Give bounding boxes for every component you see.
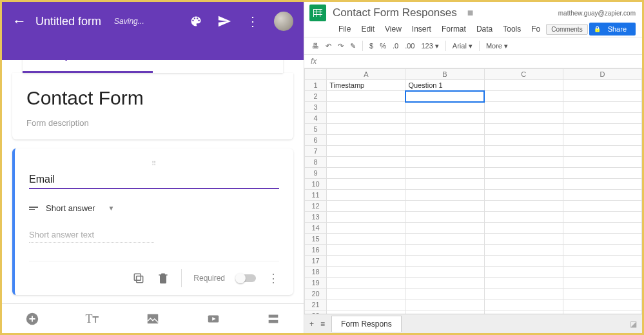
cell-C16[interactable]	[484, 245, 563, 256]
cell-B5[interactable]	[405, 124, 484, 135]
cell-C2[interactable]	[484, 91, 563, 102]
cell-B19[interactable]	[405, 278, 484, 289]
row-head-9[interactable]: 9	[305, 168, 327, 179]
row-head-6[interactable]: 6	[305, 135, 327, 146]
cell-B12[interactable]	[405, 201, 484, 212]
cell-C8[interactable]	[484, 157, 563, 168]
row-head-17[interactable]: 17	[305, 256, 327, 267]
delete-icon[interactable]	[157, 272, 170, 285]
cell-D5[interactable]	[563, 124, 641, 135]
cell-A4[interactable]	[327, 113, 405, 124]
cell-B7[interactable]	[405, 146, 484, 157]
cell-A13[interactable]	[327, 212, 405, 223]
cell-A10[interactable]	[327, 179, 405, 190]
add-video-icon[interactable]	[183, 304, 244, 333]
cell-D13[interactable]	[563, 212, 641, 223]
cell-C4[interactable]	[484, 113, 563, 124]
more-vert-icon[interactable]: ⋮	[246, 14, 260, 28]
cell-A17[interactable]	[327, 256, 405, 267]
add-sheet-icon[interactable]: +	[309, 320, 314, 329]
row-head-5[interactable]: 5	[305, 124, 327, 135]
formula-bar[interactable]: fx	[304, 55, 642, 68]
cell-C20[interactable]	[484, 289, 563, 299]
row-head-18[interactable]: 18	[305, 267, 327, 278]
cell-D21[interactable]	[563, 299, 641, 310]
cell-A3[interactable]	[327, 102, 405, 113]
explore-icon[interactable]: ◪	[630, 320, 637, 329]
cell-A22[interactable]	[327, 310, 405, 314]
cell-B11[interactable]	[405, 190, 484, 201]
cell-D14[interactable]	[563, 223, 641, 234]
paint-icon[interactable]: ✎	[350, 42, 356, 50]
sheets-logo-icon[interactable]	[309, 5, 326, 21]
cell-A11[interactable]	[327, 190, 405, 201]
send-icon[interactable]	[217, 14, 231, 28]
cell-B1[interactable]: Question 1	[405, 80, 484, 91]
row-head-13[interactable]: 13	[305, 212, 327, 223]
col-head-B[interactable]: B	[405, 69, 484, 80]
cell-D1[interactable]	[563, 80, 641, 91]
row-head-3[interactable]: 3	[305, 102, 327, 113]
menu-data[interactable]: Data	[472, 23, 497, 35]
cell-A16[interactable]	[327, 245, 405, 256]
row-head-20[interactable]: 20	[305, 289, 327, 299]
cell-B10[interactable]	[405, 179, 484, 190]
cell-D6[interactable]	[563, 135, 641, 146]
row-head-11[interactable]: 11	[305, 190, 327, 201]
font-selector[interactable]: Arial ▾	[453, 42, 473, 50]
all-sheets-icon[interactable]: ≡	[320, 320, 325, 329]
row-head-4[interactable]: 4	[305, 113, 327, 124]
cell-C5[interactable]	[484, 124, 563, 135]
cell-D4[interactable]	[563, 113, 641, 124]
cell-D19[interactable]	[563, 278, 641, 289]
print-icon[interactable]: 🖶	[312, 42, 319, 50]
cell-B4[interactable]	[405, 113, 484, 124]
cell-C1[interactable]	[484, 80, 563, 91]
row-head-10[interactable]: 10	[305, 179, 327, 190]
add-section-icon[interactable]	[243, 304, 304, 333]
question-more-icon[interactable]: ⋮	[268, 271, 279, 285]
cell-A18[interactable]	[327, 267, 405, 278]
folder-icon[interactable]: ■	[467, 7, 474, 19]
col-head-C[interactable]: C	[484, 69, 563, 80]
row-head-7[interactable]: 7	[305, 146, 327, 157]
cell-A2[interactable]	[327, 91, 405, 102]
duplicate-icon[interactable]	[132, 272, 145, 285]
cell-C12[interactable]	[484, 201, 563, 212]
menu-insert[interactable]: Insert	[407, 23, 436, 35]
answer-type-selector[interactable]: Short answer ▼	[29, 198, 279, 218]
avatar[interactable]	[274, 12, 293, 31]
add-question-icon[interactable]	[2, 304, 63, 333]
palette-icon[interactable]	[189, 14, 203, 28]
row-head-1[interactable]: 1	[305, 80, 327, 91]
col-head-D[interactable]: D	[563, 69, 641, 80]
drag-handle-icon[interactable]: ⠿	[29, 160, 279, 167]
cell-C19[interactable]	[484, 278, 563, 289]
cell-A12[interactable]	[327, 201, 405, 212]
row-head-21[interactable]: 21	[305, 299, 327, 310]
cell-A6[interactable]	[327, 135, 405, 146]
cell-C9[interactable]	[484, 168, 563, 179]
cell-D22[interactable]	[563, 310, 641, 314]
cell-D20[interactable]	[563, 289, 641, 299]
cell-A15[interactable]	[327, 234, 405, 245]
row-head-8[interactable]: 8	[305, 157, 327, 168]
undo-icon[interactable]: ↶	[326, 42, 331, 50]
back-arrow-icon[interactable]: ←	[12, 13, 26, 30]
cell-A8[interactable]	[327, 157, 405, 168]
currency-format[interactable]: $	[369, 42, 373, 50]
cell-C6[interactable]	[484, 135, 563, 146]
redo-icon[interactable]: ↷	[338, 42, 344, 50]
menu-tools[interactable]: Tools	[498, 23, 525, 35]
cell-B6[interactable]	[405, 135, 484, 146]
add-image-icon[interactable]	[122, 304, 183, 333]
add-title-icon[interactable]: Tᴛ	[63, 304, 123, 333]
row-head-16[interactable]: 16	[305, 245, 327, 256]
cell-B17[interactable]	[405, 256, 484, 267]
row-head-14[interactable]: 14	[305, 223, 327, 234]
tab-responses[interactable]: RESPONSES	[153, 60, 283, 73]
cell-D17[interactable]	[563, 256, 641, 267]
cell-B20[interactable]	[405, 289, 484, 299]
cell-D15[interactable]	[563, 234, 641, 245]
spreadsheet-name[interactable]: Contact Form Responses	[333, 6, 457, 19]
